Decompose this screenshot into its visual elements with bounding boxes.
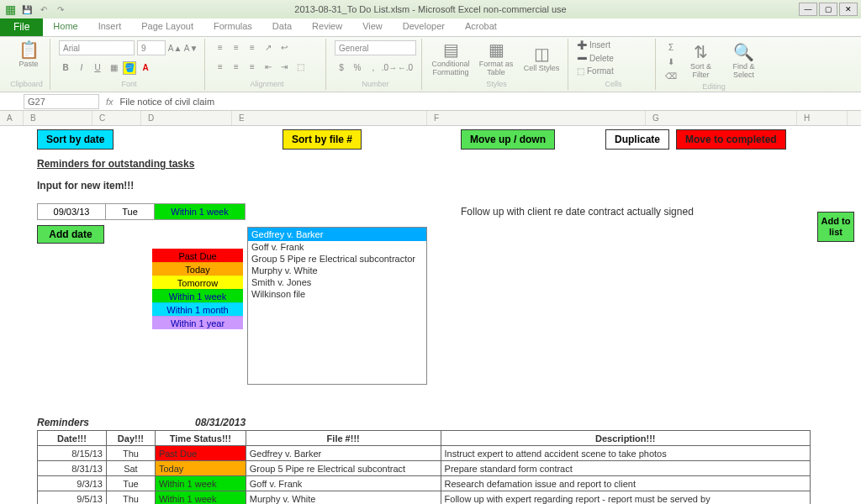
orientation-icon[interactable]: ↗ — [261, 40, 275, 54]
dec-dec-icon[interactable]: ←.0 — [399, 61, 412, 75]
cell-day[interactable]: Thu — [106, 446, 155, 461]
shrink-font-icon[interactable]: A▼ — [184, 41, 198, 55]
file-tab[interactable]: File — [0, 18, 43, 36]
col-header-d[interactable]: D — [141, 111, 232, 125]
cell-file[interactable]: Murphy v. White — [246, 491, 441, 505]
paste-button[interactable]: 📋Paste — [8, 40, 49, 69]
wrap-text-icon[interactable]: ↩ — [277, 40, 291, 54]
table-row[interactable]: 8/31/13SatTodayGroup 5 Pipe re Electrica… — [38, 461, 811, 476]
dropdown-option[interactable]: Smith v. Jones — [248, 276, 426, 288]
cell-file[interactable]: Group 5 Pipe re Electrical subcontract — [246, 461, 441, 476]
cell-date[interactable]: 8/31/13 — [38, 461, 107, 476]
cell-day[interactable]: Thu — [106, 491, 155, 505]
cell-status[interactable]: Past Due — [155, 446, 246, 461]
percent-icon[interactable]: % — [351, 61, 364, 75]
maximize-button[interactable]: ▢ — [819, 3, 837, 16]
comma-icon[interactable]: , — [367, 61, 380, 75]
col-header-f[interactable]: F — [427, 111, 646, 125]
cell-styles-button[interactable]: ◫Cell Styles — [521, 40, 562, 77]
col-header-h[interactable]: H — [797, 111, 848, 125]
cell-status[interactable]: Within 1 week — [155, 491, 246, 505]
input-followup-text[interactable]: Follow up with client re date contract a… — [461, 206, 694, 218]
move-completed-button[interactable]: Move to completed — [676, 129, 786, 150]
dropdown-option[interactable]: Wilkinson file — [248, 288, 426, 300]
sort-filter-button[interactable]: ⇅Sort & Filter — [681, 40, 721, 82]
tab-view[interactable]: View — [352, 18, 393, 36]
fill-color-icon[interactable]: 🪣 — [123, 61, 136, 75]
cell-date[interactable]: 9/5/13 — [38, 491, 107, 505]
file-dropdown[interactable]: Gedfrey v. Barker Goff v. Frank Group 5 … — [247, 227, 427, 385]
cell-desc[interactable]: Follow up with expert regarding report -… — [441, 491, 810, 505]
cell-date[interactable]: 8/15/13 — [38, 446, 107, 461]
minimize-button[interactable]: — — [799, 3, 817, 16]
align-mid-icon[interactable]: ≡ — [230, 40, 243, 54]
input-day-cell[interactable]: Tue — [106, 203, 155, 220]
worksheet[interactable]: Sort by date Sort by file # Move up / do… — [0, 126, 861, 504]
tab-acrobat[interactable]: Acrobat — [455, 18, 507, 36]
dropdown-selected[interactable]: Gedfrey v. Barker — [248, 228, 426, 241]
tab-home[interactable]: Home — [43, 18, 87, 36]
col-header-g[interactable]: G — [646, 111, 797, 125]
move-up-down-button[interactable]: Move up / down — [461, 129, 555, 150]
th-date[interactable]: Date!!! — [38, 431, 107, 446]
format-as-table-button[interactable]: ▦Format as Table — [476, 40, 516, 77]
indent-dec-icon[interactable]: ⇤ — [261, 60, 275, 74]
merge-icon[interactable]: ⬚ — [293, 60, 307, 74]
input-date-cell[interactable]: 09/03/13 — [37, 203, 106, 220]
input-status-cell[interactable]: Within 1 week — [155, 203, 246, 220]
format-cells-button[interactable]: ⬚ Format — [577, 66, 650, 76]
th-day[interactable]: Day!!! — [106, 431, 155, 446]
cell-file[interactable]: Goff v. Frank — [246, 476, 441, 491]
font-color-icon[interactable]: A — [139, 61, 152, 75]
tab-data[interactable]: Data — [262, 18, 302, 36]
undo-icon[interactable]: ↶ — [37, 3, 50, 16]
align-left-icon[interactable]: ≡ — [214, 60, 227, 74]
col-header-c[interactable]: C — [92, 111, 141, 125]
col-header-a[interactable]: A — [0, 111, 24, 125]
tab-formulas[interactable]: Formulas — [203, 18, 262, 36]
cell-file[interactable]: Gedfrey v. Barker — [246, 446, 441, 461]
duplicate-button[interactable]: Duplicate — [605, 129, 669, 150]
tab-developer[interactable]: Developer — [393, 18, 455, 36]
table-row[interactable]: 8/15/13ThuPast DueGedfrey v. BarkerInstr… — [38, 446, 811, 461]
add-date-button[interactable]: Add date — [37, 225, 104, 244]
dropdown-option[interactable]: Group 5 Pipe re Electrical subcontractor — [248, 253, 426, 265]
fx-icon[interactable]: fx — [106, 97, 114, 107]
col-header-e[interactable]: E — [232, 111, 427, 125]
sort-by-date-button[interactable]: Sort by date — [37, 129, 114, 150]
redo-icon[interactable]: ↷ — [54, 3, 67, 16]
align-center-icon[interactable]: ≡ — [230, 60, 243, 74]
cell-status[interactable]: Today — [155, 461, 246, 476]
tab-insert[interactable]: Insert — [88, 18, 132, 36]
grow-font-icon[interactable]: A▲ — [168, 41, 182, 55]
align-right-icon[interactable]: ≡ — [246, 60, 259, 74]
italic-icon[interactable]: I — [75, 61, 88, 75]
align-bot-icon[interactable]: ≡ — [246, 40, 259, 54]
close-button[interactable]: ✕ — [839, 3, 858, 16]
clear-icon[interactable]: ⌫ — [664, 69, 678, 82]
underline-icon[interactable]: U — [91, 61, 104, 75]
indent-inc-icon[interactable]: ⇥ — [277, 60, 291, 74]
align-top-icon[interactable]: ≡ — [214, 40, 227, 54]
dropdown-option[interactable]: Goff v. Frank — [248, 241, 426, 253]
cell-desc[interactable]: Research defamation issue and report to … — [441, 476, 810, 491]
cell-day[interactable]: Sat — [106, 461, 155, 476]
cell-desc[interactable]: Instruct expert to attend accident scene… — [441, 446, 810, 461]
name-box[interactable]: G27 — [24, 94, 99, 109]
cell-desc[interactable]: Prepare standard form contract — [441, 461, 810, 476]
currency-icon[interactable]: $ — [335, 61, 348, 75]
formula-input[interactable]: File notice of civil claim — [120, 97, 861, 107]
tab-page-layout[interactable]: Page Layout — [131, 18, 203, 36]
th-file[interactable]: File #!!! — [246, 431, 441, 446]
save-icon[interactable]: 💾 — [20, 3, 34, 16]
cell-day[interactable]: Tue — [106, 476, 155, 491]
table-row[interactable]: 9/3/13TueWithin 1 weekGoff v. FrankResea… — [38, 476, 811, 491]
insert-cells-button[interactable]: ➕ Insert — [577, 40, 650, 50]
find-select-button[interactable]: 🔍Find & Select — [724, 40, 763, 82]
border-icon[interactable]: ▦ — [107, 61, 120, 75]
number-format-select[interactable]: General — [335, 40, 416, 55]
sort-by-file-button[interactable]: Sort by file # — [283, 129, 362, 150]
delete-cells-button[interactable]: ➖ Delete — [577, 54, 650, 63]
dropdown-option[interactable]: Murphy v. White — [248, 265, 426, 276]
autosum-icon[interactable]: Σ — [664, 40, 678, 54]
